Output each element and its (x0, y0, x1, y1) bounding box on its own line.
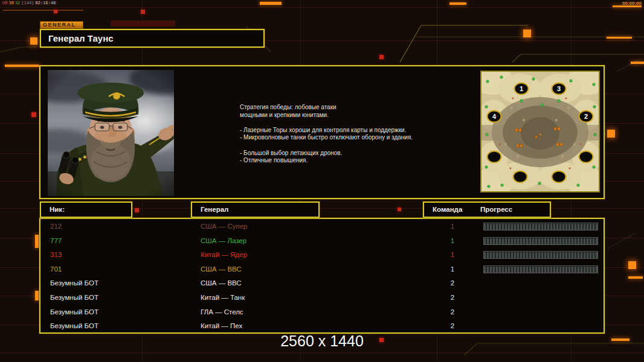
player-nick: Безумный БОТ (50, 305, 98, 320)
deco-square (628, 261, 636, 269)
general-tab: GENERAL (40, 21, 83, 29)
deco-square (30, 37, 37, 45)
player-general: Китай — Танк (201, 291, 245, 305)
general-name: Генерал Таунс (48, 33, 114, 43)
map-start-position-label: 3 (557, 85, 561, 92)
strategy-text: Стратегия победы: лобовые атаки мощными … (240, 104, 451, 165)
progress-bar (483, 237, 598, 245)
player-team: 2 (444, 291, 461, 305)
player-general: США — Супер (201, 220, 247, 234)
player-row: Безумный БОТ ГЛА — Стелс 2 (40, 305, 604, 320)
portrait-image: ★★★★ (48, 70, 174, 196)
player-general: США — ВВС (201, 262, 242, 277)
deco-bar (35, 291, 39, 300)
stats-value: 32 (15, 1, 20, 5)
stats-overlay: UR3032[144]02:16:48 (1, 1, 58, 5)
player-nick: 212 (50, 220, 62, 234)
deco-bar (35, 235, 39, 248)
player-row: Безумный БОТ Китай — Танк 2 (40, 291, 604, 305)
player-team: 2 (444, 276, 461, 291)
player-row: 701 США — ВВС 1 (40, 262, 604, 277)
deco-square (31, 112, 36, 117)
general-title-box: Генерал Таунс (40, 29, 265, 48)
deco-square (135, 208, 139, 212)
player-nick: Безумный БОТ (50, 276, 98, 291)
deco-bar (5, 65, 39, 67)
resolution-label: 2560 x 1440 (0, 332, 644, 350)
player-team: 1 (444, 234, 461, 249)
player-team: 1 (444, 248, 461, 262)
players-table: 212 США — Супер 1 777 США — Лазер 1 313 … (39, 218, 605, 334)
deco-square (607, 130, 615, 138)
player-team: 1 (444, 262, 461, 277)
deco-square (523, 30, 531, 37)
stats-value: [144] (21, 1, 34, 5)
stats-time: 02:16:48 (35, 1, 56, 5)
column-header-nick: Ник: (40, 202, 132, 218)
player-general: США — Лазер (201, 234, 246, 249)
player-general: Китай — Ядер (201, 248, 247, 262)
map-start-position-label: 2 (584, 113, 588, 120)
player-general: Китай — Пех (201, 319, 242, 334)
map-start-position-label: 4 (492, 113, 497, 120)
general-info-panel: ★★★★ (39, 65, 605, 199)
player-row: 777 США — Лазер 1 (40, 234, 604, 249)
player-nick: Безумный БОТ (50, 291, 98, 305)
stats-value: 30 (8, 1, 13, 5)
loading-screen: UR3032[144]02:16:48 00:00:00 GENERAL Ген… (0, 0, 644, 362)
stats-label: UR (2, 1, 7, 5)
player-nick: 701 (50, 262, 62, 277)
player-row: Безумный БОТ Китай — Пех 2 (40, 319, 604, 334)
player-nick: 777 (50, 234, 62, 249)
player-team: 1 (444, 220, 461, 234)
progress-bar (483, 223, 598, 230)
player-nick: Безумный БОТ (50, 319, 98, 334)
player-row: Безумный БОТ США — ВВС 2 (40, 276, 604, 291)
deco-square (379, 55, 384, 59)
match-timer: 00:00:00 (622, 1, 642, 6)
general-portrait: ★★★★ (48, 70, 174, 196)
map-image: 1 3 4 2 (481, 72, 599, 191)
deco-square (398, 208, 401, 211)
player-team: 2 (444, 305, 461, 320)
player-row: 313 Китай — Ядер 1 (40, 248, 604, 262)
player-general: ГЛА — Стелс (201, 305, 243, 320)
player-row: 212 США — Супер 1 (40, 220, 604, 234)
deco-bar (607, 37, 632, 39)
deco-bar (260, 2, 282, 5)
deco-square (54, 10, 57, 13)
player-team: 2 (444, 319, 461, 334)
column-header-general: Генерал (191, 202, 320, 218)
deco-bar (631, 62, 644, 64)
map-start-position-label: 1 (520, 85, 523, 92)
player-nick: 313 (50, 248, 62, 262)
column-header-progress: Прогресс (480, 203, 512, 217)
column-header-team: Команда (433, 203, 462, 217)
deco-square (141, 10, 145, 14)
player-general: США — ВВС (201, 276, 242, 291)
progress-bar (483, 251, 598, 259)
deco-bar (449, 2, 466, 5)
deco-bar (628, 276, 643, 279)
progress-bar (483, 265, 598, 273)
map-preview: 1 3 4 2 (480, 71, 600, 192)
column-header-team-progress: Команда Прогресс (423, 202, 551, 218)
